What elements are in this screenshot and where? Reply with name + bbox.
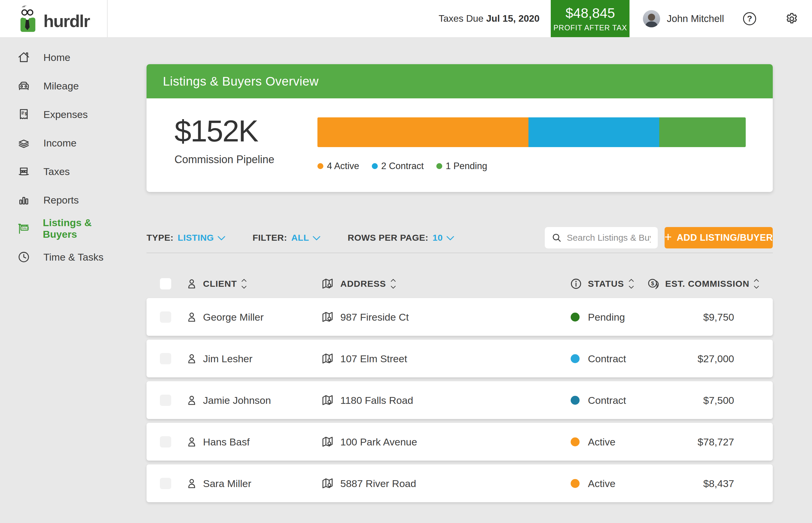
client-header-icon [186,278,198,290]
gear-icon[interactable] [784,12,799,26]
table-header: CLIENT ADDRESS STATUS [146,273,773,294]
client-name: George Miller [203,311,264,323]
overview-card-header: Listings & Buyers Overview [146,64,773,98]
type-dropdown[interactable]: TYPE: LISTING [146,233,225,243]
hurdlr-mascot-icon [13,3,42,34]
commission-amount: $7,500 [703,394,734,406]
filter-dropdown[interactable]: FILTER: ALL [253,233,320,243]
bar-chart-icon [17,193,31,207]
legend-dot-pending [436,163,442,169]
commission-amount: $8,437 [703,477,734,489]
commission-amount: $27,000 [698,353,734,364]
client-name: Hans Basf [203,436,250,448]
bar-segment-pending [659,118,746,147]
sidebar: Home Mileage $ Expenses [0,37,108,523]
sidebar-item-listings-buyers[interactable]: SALE Listings & Buyers [0,214,108,243]
overview-title: Listings & Buyers Overview [163,74,319,89]
address: 1180 Falls Road [340,394,413,406]
sidebar-item-taxes[interactable]: Taxes [0,157,108,186]
map-pin-icon [321,310,334,324]
taxes-due-text: Taxes Due Jul 15, 2020 [439,13,540,24]
client-name: Jamie Johnson [203,394,271,406]
home-icon [17,51,31,64]
commission-header-icon: $ [647,277,661,290]
select-all-checkbox[interactable] [160,278,171,289]
chevron-down-icon [313,236,320,241]
overview-card: Listings & Buyers Overview $152K Commiss… [146,64,773,192]
client-header-label: CLIENT [203,279,237,289]
row-checkbox[interactable] [160,436,171,448]
sort-address-icon[interactable] [390,279,396,289]
sort-client-icon[interactable] [241,279,247,289]
person-icon [186,394,198,406]
table-row[interactable]: George Miller 987 Fireside Ct Pending $9… [146,298,773,336]
bar-segment-contract [528,118,659,147]
profit-after-tax-widget[interactable]: $48,845 PROFIT AFTER TAX [551,0,630,37]
legend-item-contract: 2 Contract [372,161,424,172]
address-header-icon [321,277,334,290]
table-row[interactable]: Jim Lesher 107 Elm Street Contract $27,0… [146,340,773,377]
search-box [545,227,658,249]
clock-icon [17,250,31,264]
app-logo[interactable]: hurdlr [0,0,108,37]
sidebar-item-home[interactable]: Home [0,43,108,72]
plus-icon: + [665,230,672,244]
search-input[interactable] [566,232,651,243]
top-hat-icon [17,165,31,178]
car-icon [17,79,31,93]
table-row[interactable]: Jamie Johnson 1180 Falls Road Contract $… [146,381,773,419]
table-toolbar: TYPE: LISTING FILTER: ALL ROWS PER PAGE:… [146,227,773,249]
chevron-down-icon [218,236,225,241]
sidebar-item-expenses[interactable]: $ Expenses [0,100,108,129]
status-text: Pending [588,311,625,323]
row-checkbox[interactable] [160,478,171,489]
commission-pipeline-bar [318,118,746,147]
profit-label: PROFIT AFTER TAX [554,23,627,32]
table-row[interactable]: Hans Basf 100 Park Avenue Active $78,727 [146,423,773,461]
sidebar-item-income[interactable]: Income [0,129,108,157]
address: 5887 River Road [340,477,416,489]
sort-commission-icon[interactable] [754,279,759,289]
commission-header-label: EST. COMMISSION [665,279,749,289]
chevron-down-icon [447,236,454,241]
address-header-label: ADDRESS [340,279,386,289]
address: 107 Elm Street [340,353,407,364]
sidebar-item-time-tasks[interactable]: Time & Tasks [0,243,108,271]
commission-amount: $78,727 [698,436,734,448]
add-listing-buyer-button[interactable]: + ADD LISTING/BUYER [665,227,773,249]
person-icon [186,311,198,323]
address: 987 Fireside Ct [340,311,409,323]
svg-text:$: $ [651,280,654,287]
map-pin-icon [321,477,334,490]
table-row[interactable]: Sara Miller 5887 River Road Active $8,43… [146,465,773,502]
status-text: Contract [588,353,626,364]
bar-segment-active [318,118,528,147]
row-checkbox[interactable] [160,311,171,323]
row-checkbox[interactable] [160,353,171,364]
money-stack-icon [17,136,31,150]
legend-item-active: 4 Active [318,161,359,172]
sale-sign-icon: SALE [17,222,30,235]
top-bar: hurdlr Taxes Due Jul 15, 2020 $48,845 PR… [0,0,812,37]
rows-per-page-dropdown[interactable]: ROWS PER PAGE: 10 [348,233,454,243]
map-pin-icon [321,394,334,407]
sort-status-icon[interactable] [628,279,634,289]
help-icon[interactable]: ? [743,12,756,25]
person-icon [186,477,198,489]
person-photo-silhouette [643,12,660,27]
row-checkbox[interactable] [160,395,171,406]
avatar[interactable] [643,10,660,27]
status-dot [571,479,580,488]
legend-item-pending: 1 Pending [436,161,487,172]
status-dot [571,354,580,363]
status-text: Active [588,436,616,448]
map-pin-icon [321,435,334,448]
commission-amount: $9,750 [703,311,734,323]
status-dot [571,396,580,405]
sidebar-item-reports[interactable]: Reports [0,186,108,214]
status-text: Active [588,477,616,489]
map-pin-icon [321,352,334,365]
status-header-label: STATUS [588,279,624,289]
sidebar-item-mileage[interactable]: Mileage [0,72,108,100]
pipeline-legend: 4 Active 2 Contract 1 Pending [318,161,746,172]
